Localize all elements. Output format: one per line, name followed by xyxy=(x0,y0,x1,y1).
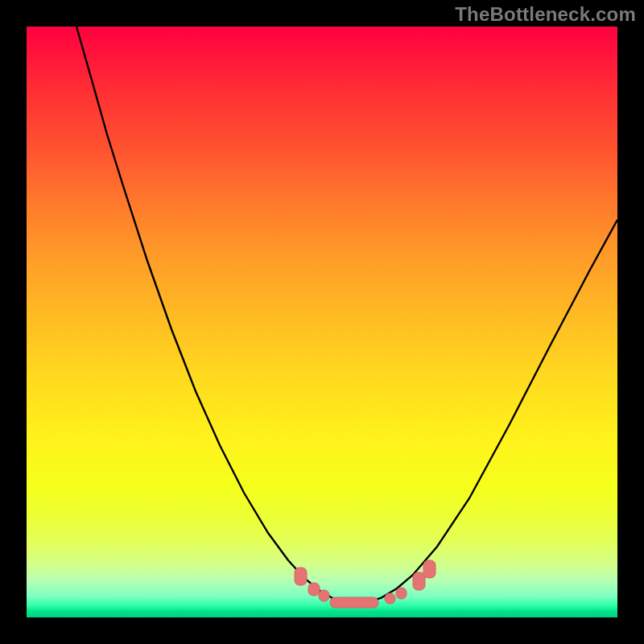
bottleneck-curve xyxy=(27,27,617,617)
valley-marker xyxy=(330,597,378,608)
curve-line xyxy=(76,27,617,603)
watermark-text: TheBottleneck.com xyxy=(455,3,636,26)
chart-frame xyxy=(27,27,617,617)
valley-marker xyxy=(295,568,307,585)
valley-marker xyxy=(319,590,329,601)
valley-marker xyxy=(308,583,320,596)
valley-marker xyxy=(413,572,425,590)
valley-marker xyxy=(385,593,395,604)
valley-marker xyxy=(396,588,407,599)
valley-marker xyxy=(423,560,436,578)
valley-markers xyxy=(295,560,436,608)
